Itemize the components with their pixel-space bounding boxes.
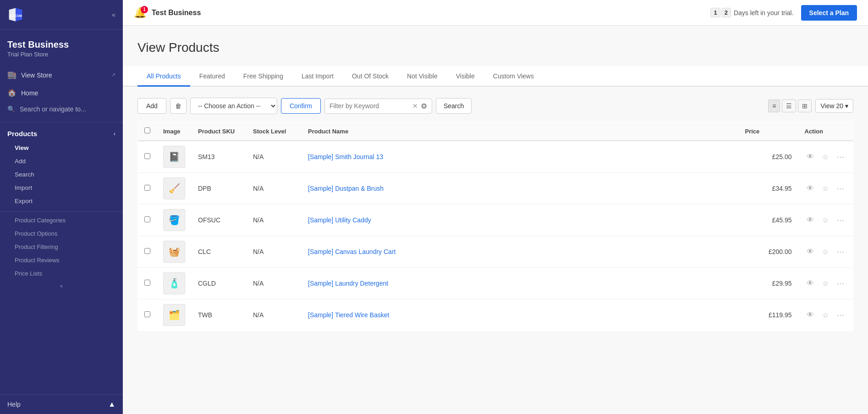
product-link-5[interactable]: [Sample] Tiered Wire Basket — [308, 311, 389, 319]
product-link-1[interactable]: [Sample] Dustpan & Brush — [308, 185, 384, 192]
row-image-0: 📓 — [157, 141, 192, 173]
store-info: Test Business Trial Plan Store — [0, 30, 123, 62]
sidebar-item-home[interactable]: 🏠 Home — [0, 84, 123, 102]
favorite-button-2[interactable]: ☆ — [820, 215, 830, 226]
product-link-3[interactable]: [Sample] Canvas Laundry Cart — [308, 248, 396, 255]
filter-input[interactable] — [330, 102, 410, 110]
tab-visible[interactable]: Visible — [447, 66, 484, 87]
sidebar-item-product-categories[interactable]: Product Categories — [0, 214, 123, 227]
product-image-1: 🧹 — [163, 177, 185, 199]
more-button-4[interactable]: ⋯ — [835, 278, 846, 289]
product-link-2[interactable]: [Sample] Utility Caddy — [308, 216, 371, 224]
tab-featured[interactable]: Featured — [190, 66, 234, 87]
row-checkbox-4[interactable] — [144, 280, 150, 286]
action-select[interactable]: -- Choose an Action -- — [190, 98, 277, 114]
filter-options-button[interactable]: ⚙ — [421, 102, 427, 110]
main-content: 🔔 1 Test Business 1 2 Days left in your … — [123, 0, 868, 414]
row-checkbox-5[interactable] — [144, 311, 150, 317]
view-list-dense-button[interactable]: ≡ — [768, 99, 780, 112]
sidebar-item-view[interactable]: View — [0, 141, 123, 155]
view-list-button[interactable]: ☰ — [782, 99, 796, 112]
row-checkbox-2[interactable] — [144, 216, 150, 222]
more-button-0[interactable]: ⋯ — [835, 152, 846, 162]
view-grid-button[interactable]: ⊞ — [798, 99, 812, 112]
sidebar-header: BIG COM « — [0, 0, 123, 30]
store-name: Test Business — [7, 39, 115, 50]
sidebar-item-add[interactable]: Add — [0, 155, 123, 168]
header-price: Price — [739, 122, 798, 141]
row-stock-5: N/A — [247, 299, 302, 331]
trial-day-1: 1 — [710, 8, 720, 17]
row-checkbox-1[interactable] — [144, 185, 150, 191]
sidebar-item-search[interactable]: Search — [0, 168, 123, 181]
sidebar-item-product-options[interactable]: Product Options — [0, 227, 123, 240]
header-image: Image — [157, 122, 192, 141]
row-price-2: £45.95 — [739, 204, 798, 236]
confirm-button[interactable]: Confirm — [281, 98, 321, 114]
row-actions-4: 👁 ☆ ⋯ — [798, 268, 853, 299]
sidebar-search[interactable]: 🔍 Search or navigate to... — [0, 102, 123, 116]
row-sku-1: DPB — [192, 173, 247, 204]
row-sku-4: CGLD — [192, 268, 247, 299]
products-section-header[interactable]: Products ‹ — [0, 124, 123, 141]
tabs-bar: All Products Featured Free Shipping Last… — [123, 66, 868, 87]
sidebar-item-product-reviews[interactable]: Product Reviews — [0, 254, 123, 267]
sidebar-item-price-lists[interactable]: Price Lists — [0, 267, 123, 280]
visibility-button-0[interactable]: 👁 — [805, 152, 816, 162]
row-checkbox-cell-2 — [138, 204, 157, 236]
more-button-2[interactable]: ⋯ — [835, 215, 846, 226]
more-button-3[interactable]: ⋯ — [835, 247, 846, 257]
row-checkbox-3[interactable] — [144, 248, 150, 254]
favorite-button-3[interactable]: ☆ — [820, 247, 830, 257]
row-price-1: £34.95 — [739, 173, 798, 204]
row-checkbox-0[interactable] — [144, 153, 150, 159]
sidebar-item-import[interactable]: Import — [0, 181, 123, 194]
sidebar-footer[interactable]: Help ▲ — [0, 394, 123, 414]
row-sku-5: TWB — [192, 299, 247, 331]
products-sub-menu: View Add Search Import Export — [0, 141, 123, 210]
favorite-button-1[interactable]: ☆ — [820, 183, 830, 194]
sidebar-item-product-filtering[interactable]: Product Filtering — [0, 240, 123, 254]
tab-all-products[interactable]: All Products — [137, 66, 190, 87]
visibility-button-2[interactable]: 👁 — [805, 215, 816, 225]
more-button-1[interactable]: ⋯ — [835, 183, 846, 194]
favorite-button-5[interactable]: ☆ — [820, 310, 830, 320]
trial-days: 1 2 — [710, 8, 731, 17]
select-plan-button[interactable]: Select a Plan — [801, 5, 857, 21]
tab-last-import[interactable]: Last Import — [292, 66, 343, 87]
search-nav-icon: 🔍 — [7, 105, 15, 113]
favorite-button-4[interactable]: ☆ — [820, 278, 830, 289]
tab-out-of-stock[interactable]: Out Of Stock — [343, 66, 398, 87]
sidebar-item-export[interactable]: Export — [0, 194, 123, 208]
visibility-button-5[interactable]: 👁 — [805, 310, 816, 320]
sidebar-item-view-store[interactable]: 🏬 View Store ↗ — [0, 66, 123, 84]
row-image-4: 🧴 — [157, 268, 192, 299]
visibility-button-4[interactable]: 👁 — [805, 278, 816, 288]
more-button-5[interactable]: ⋯ — [835, 310, 846, 320]
view-store-label: View Store — [21, 72, 52, 79]
visibility-button-3[interactable]: 👁 — [805, 247, 816, 257]
row-actions-3: 👁 ☆ ⋯ — [798, 236, 853, 268]
add-button[interactable]: Add — [137, 98, 166, 114]
product-link-4[interactable]: [Sample] Laundry Detergent — [308, 280, 388, 287]
trial-info: 1 2 Days left in your trial. — [710, 8, 793, 17]
favorite-button-0[interactable]: ☆ — [820, 152, 830, 162]
view-count-selector[interactable]: View 20 ▾ — [815, 99, 853, 113]
header-checkbox-cell — [138, 122, 157, 141]
search-button[interactable]: Search — [436, 98, 472, 114]
visibility-button-1[interactable]: 👁 — [805, 183, 816, 193]
sidebar: BIG COM « Test Business Trial Plan Store… — [0, 0, 123, 414]
tab-custom-views[interactable]: Custom Views — [484, 66, 543, 87]
header-sku: Product SKU — [192, 122, 247, 141]
select-all-checkbox[interactable] — [144, 127, 150, 133]
filter-clear-button[interactable]: ✕ — [412, 102, 418, 110]
action-cell-4: 👁 ☆ ⋯ — [805, 278, 847, 289]
row-price-4: £29.95 — [739, 268, 798, 299]
sidebar-collapse-button[interactable]: « — [112, 11, 115, 18]
product-link-0[interactable]: [Sample] Smith Journal 13 — [308, 153, 383, 160]
delete-button[interactable]: 🗑 — [170, 98, 187, 114]
tab-free-shipping[interactable]: Free Shipping — [234, 66, 292, 87]
chevron-up-icon: ▲ — [108, 400, 115, 408]
tab-not-visible[interactable]: Not Visible — [398, 66, 447, 87]
notification-button[interactable]: 🔔 1 — [134, 7, 146, 19]
